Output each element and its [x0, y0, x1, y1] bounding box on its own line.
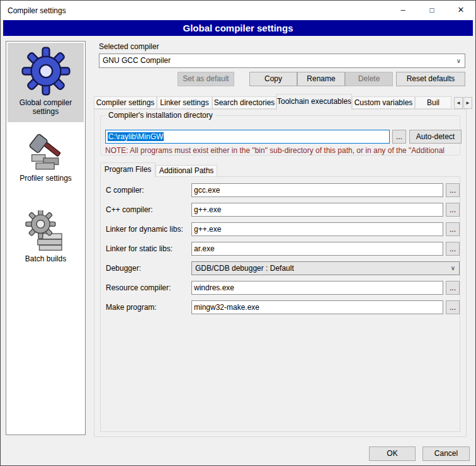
c-compiler-value: gcc.exe	[194, 186, 220, 195]
tab-additional-paths[interactable]: Additional Paths	[156, 165, 217, 177]
sidebar-item-global-compiler-settings[interactable]: Global compiler settings	[8, 43, 84, 122]
copy-button[interactable]: Copy	[249, 72, 297, 86]
resource-compiler-browse-button[interactable]: ...	[446, 281, 460, 295]
chevron-down-icon: ∨	[451, 262, 455, 275]
sidebar-item-label: Batch builds	[8, 253, 84, 267]
linker-static-value: ar.exe	[194, 244, 215, 253]
linker-dynamic-browse-button[interactable]: ...	[446, 222, 460, 236]
linker-dynamic-value: g++.exe	[194, 225, 221, 234]
tab-linker-settings[interactable]: Linker settings	[157, 96, 212, 109]
minimize-button[interactable]: –	[388, 1, 417, 20]
gear-gray-icon	[25, 210, 67, 252]
tab-toolchain-executables[interactable]: Toolchain executables	[276, 94, 352, 110]
c-compiler-label: C compiler:	[106, 186, 144, 195]
gear-blue-icon	[21, 47, 71, 96]
installation-directory-browse-button[interactable]: ...	[392, 130, 406, 144]
make-program-input[interactable]: mingw32-make.exe	[191, 300, 443, 314]
cpp-compiler-label: C++ compiler:	[106, 205, 153, 214]
resource-compiler-input[interactable]: windres.exe	[191, 281, 443, 295]
page-title: Global compiler settings	[3, 20, 473, 36]
selected-compiler-label: Selected compiler	[99, 42, 159, 51]
titlebar: Compiler settings – □ ✕	[1, 1, 475, 20]
cpp-compiler-input[interactable]: g++.exe	[191, 203, 443, 217]
linker-static-label: Linker for static libs:	[106, 244, 173, 253]
linker-static-input[interactable]: ar.exe	[191, 242, 443, 256]
installation-note: NOTE: All programs must exist either in …	[105, 146, 460, 155]
auto-detect-button[interactable]: Auto-detect	[409, 130, 462, 144]
c-compiler-browse-button[interactable]: ...	[446, 183, 460, 197]
linker-dynamic-input[interactable]: g++.exe	[191, 222, 443, 236]
tab-scroll-right-icon[interactable]: ►	[463, 97, 472, 109]
maximize-button[interactable]: □	[417, 1, 446, 20]
make-program-label: Make program:	[106, 303, 157, 312]
tab-custom-variables[interactable]: Custom variables	[352, 96, 415, 109]
c-compiler-input[interactable]: gcc.exe	[191, 183, 443, 197]
window-title: Compiler settings	[8, 6, 66, 15]
debugger-select-value: GDB/CDB debugger : Default	[195, 264, 294, 273]
debugger-select[interactable]: GDB/CDB debugger : Default ∨	[191, 261, 460, 275]
resource-compiler-value: windres.exe	[194, 283, 234, 292]
ok-button[interactable]: OK	[369, 446, 416, 461]
make-program-browse-button[interactable]: ...	[446, 300, 460, 314]
installation-directory-value: C:\raylib\MinGW	[108, 132, 164, 141]
hammer-blocks-icon	[25, 130, 67, 171]
tab-scroll-left-icon[interactable]: ◄	[454, 97, 463, 109]
tab-compiler-settings[interactable]: Compiler settings	[94, 96, 157, 109]
program-files-page: C compiler: gcc.exe ... C++ compiler: g+…	[100, 176, 460, 432]
linker-dynamic-label: Linker for dynamic libs:	[106, 225, 183, 234]
compiler-settings-dialog: Compiler settings – □ ✕ Global compiler …	[0, 0, 476, 466]
cpp-compiler-browse-button[interactable]: ...	[446, 203, 460, 217]
settings-category-list: Global compiler settings Profiler settin…	[6, 41, 86, 435]
cpp-compiler-value: g++.exe	[194, 205, 221, 214]
tab-build-options[interactable]: Buil	[415, 96, 451, 109]
tab-program-files[interactable]: Program Files	[100, 162, 156, 178]
tab-search-directories[interactable]: Search directories	[212, 96, 276, 109]
sidebar-item-label: Global compiler settings	[8, 97, 84, 120]
sidebar-item-profiler-settings[interactable]: Profiler settings	[8, 126, 84, 189]
set-as-default-button: Set as default	[178, 72, 234, 86]
compiler-select[interactable]: GNU GCC Compiler ∨	[99, 54, 465, 68]
cancel-button[interactable]: Cancel	[422, 446, 470, 461]
sidebar-item-label: Profiler settings	[8, 173, 84, 186]
reset-defaults-button[interactable]: Reset defaults	[396, 72, 465, 86]
sidebar-item-batch-builds[interactable]: Batch builds	[8, 207, 84, 270]
linker-static-browse-button[interactable]: ...	[446, 242, 460, 256]
installation-directory-group-title: Compiler's installation directory	[106, 111, 215, 120]
debugger-label: Debugger:	[106, 264, 141, 273]
delete-button: Delete	[345, 72, 393, 86]
resource-compiler-label: Resource compiler:	[106, 283, 171, 292]
installation-directory-input[interactable]: C:\raylib\MinGW	[105, 130, 390, 144]
make-program-value: mingw32-make.exe	[194, 303, 259, 312]
close-button[interactable]: ✕	[446, 1, 475, 20]
compiler-select-value: GNU GCC Compiler	[103, 56, 171, 65]
rename-button[interactable]: Rename	[297, 72, 345, 86]
chevron-down-icon: ∨	[456, 54, 461, 67]
